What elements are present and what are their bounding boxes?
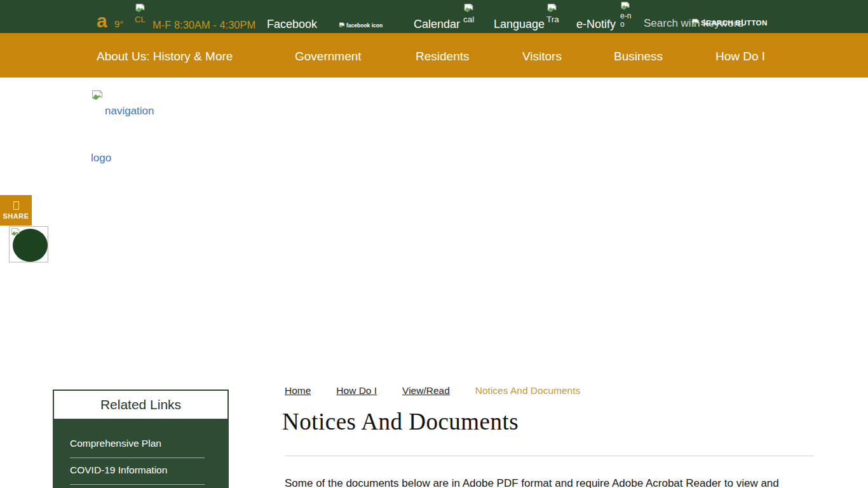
clock-icon-alt: CL	[135, 15, 146, 24]
broken-image-icon	[463, 3, 474, 14]
related-links-title: Related Links	[54, 391, 227, 419]
enotify-link[interactable]: e-Notify	[576, 18, 616, 31]
seal-image-box	[9, 226, 48, 262]
calendar-icon[interactable]: cal	[463, 3, 474, 24]
facebook-link[interactable]: Facebook	[267, 18, 317, 31]
main-navigation: About Us: History & More Government Resi…	[0, 33, 868, 78]
translate-icon-alt: Tra	[546, 15, 559, 24]
facebook-icon-alt: facebook icon	[346, 22, 383, 29]
intro-paragraph: Some of the documents below are in Adobe…	[285, 477, 813, 488]
site-logo-link[interactable]: navigation logo	[91, 88, 172, 182]
clock-icon: CL	[135, 3, 146, 24]
nav-item-residents[interactable]: Residents	[416, 50, 470, 64]
page-title: Notices And Documents	[282, 408, 519, 435]
broken-image-icon	[620, 1, 630, 11]
related-link-comprehensive-plan[interactable]: Comprehensive Plan	[70, 431, 205, 458]
nav-item-how-do-i[interactable]: How Do I	[715, 50, 765, 64]
broken-image-icon	[135, 3, 146, 14]
translate-icon[interactable]: Tra	[546, 3, 559, 24]
breadcrumb-view-read[interactable]: View/Read	[402, 385, 450, 396]
facebook-icon[interactable]: facebook icon	[339, 22, 383, 29]
broken-image-icon	[546, 3, 557, 14]
nav-item-about-us[interactable]: About Us: History & More	[97, 50, 233, 64]
broken-image-icon	[339, 22, 345, 29]
office-hours: M-F 8:30AM - 4:30PM	[153, 19, 255, 31]
related-links-list: Comprehensive Plan COVID-19 Information	[54, 419, 227, 485]
breadcrumb-home[interactable]: Home	[285, 385, 311, 396]
share-label: SHARE	[3, 212, 29, 220]
breadcrumb-how-do-i[interactable]: How Do I	[336, 385, 377, 396]
related-links-panel: Related Links Comprehensive Plan COVID-1…	[53, 390, 229, 488]
search-icon	[691, 18, 700, 27]
search-button-label: SEARCH BUTTON	[701, 19, 768, 27]
share-icon	[13, 201, 19, 210]
breadcrumb: Home How Do I View/Read Notices And Docu…	[285, 385, 580, 396]
search-button[interactable]: SEARCH BUTTON	[691, 18, 768, 27]
nav-item-visitors[interactable]: Visitors	[522, 50, 562, 64]
broken-image-icon	[10, 227, 20, 238]
enotify-icon-alt: e-no	[620, 12, 632, 29]
breadcrumb-current: Notices And Documents	[475, 385, 580, 396]
nav-item-government[interactable]: Government	[295, 50, 362, 64]
calendar-icon-alt: cal	[463, 15, 474, 24]
logo-broken-image-icon	[91, 90, 104, 102]
nav-item-business[interactable]: Business	[614, 50, 663, 64]
related-link-covid-19[interactable]: COVID-19 Information	[70, 458, 205, 485]
enotify-icon[interactable]: e-no	[620, 1, 632, 29]
top-utility-bar: a 9° CL M-F 8:30AM - 4:30PM Facebook fac…	[0, 0, 868, 33]
share-button[interactable]: SHARE	[0, 195, 32, 226]
calendar-link[interactable]: Calendar	[414, 18, 460, 31]
temperature: 9°	[114, 18, 123, 29]
weather-icon: a	[97, 10, 107, 32]
title-divider	[285, 456, 814, 456]
language-link[interactable]: Language	[494, 18, 545, 31]
